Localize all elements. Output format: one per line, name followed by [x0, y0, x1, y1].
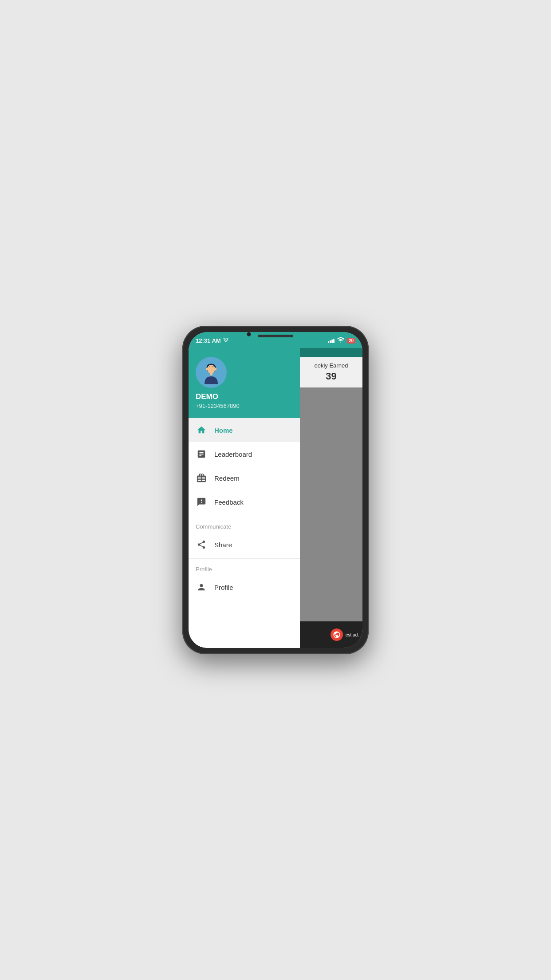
screen: 12:31 AM [189, 332, 362, 648]
menu-item-home[interactable]: Home [189, 418, 300, 442]
status-icons: 20 [328, 337, 355, 344]
redeem-icon [196, 472, 207, 484]
leaderboard-icon [196, 448, 207, 460]
share-icon [196, 539, 207, 550]
screen-content: DEMO +91-1234567890 Home [189, 348, 362, 648]
menu-label-home: Home [214, 427, 233, 434]
wifi-icon [337, 337, 344, 344]
signal-bar-3 [331, 340, 333, 343]
status-time: 12:31 AM [196, 337, 229, 344]
right-peek-top [300, 348, 362, 357]
profile-icon [196, 581, 207, 593]
right-peek-gray-area [300, 387, 362, 621]
weekly-earned-value: 39 [303, 371, 359, 382]
menu-label-redeem: Redeem [214, 474, 240, 482]
drawer-menu: Home Leaderboard [189, 418, 300, 648]
svg-point-8 [215, 368, 217, 371]
menu-item-profile[interactable]: Profile [189, 575, 300, 599]
profile-section-label: Profile [189, 561, 300, 575]
ad-logo-icon [331, 628, 343, 641]
weekly-earned-panel: eekly Earned 39 [300, 357, 362, 387]
divider-1 [189, 516, 300, 516]
signal-bar-4 [333, 339, 335, 343]
user-name: DEMO [196, 392, 293, 401]
drawer-header: DEMO +91-1234567890 [189, 348, 300, 418]
ad-text: est ad. [346, 632, 359, 637]
svg-point-6 [207, 365, 215, 374]
alarm-icon [223, 337, 229, 344]
communicate-section-label: Communicate [189, 518, 300, 533]
phone-speaker [258, 335, 293, 337]
phone-inner: 12:31 AM [189, 332, 362, 648]
phone-camera [247, 332, 251, 336]
divider-2 [189, 558, 300, 559]
battery-indicator: 20 [347, 338, 355, 344]
menu-label-feedback: Feedback [214, 498, 244, 506]
signal-bar-1 [328, 341, 329, 343]
weekly-earned-label: eekly Earned [303, 362, 359, 369]
menu-label-leaderboard: Leaderboard [214, 450, 252, 458]
time-display: 12:31 AM [196, 337, 221, 344]
navigation-drawer: DEMO +91-1234567890 Home [189, 348, 300, 648]
avatar-image [198, 359, 224, 386]
right-peek-panel: eekly Earned 39 est ad. [300, 348, 362, 648]
menu-label-share: Share [214, 541, 232, 549]
phone-device: 12:31 AM [182, 326, 369, 654]
menu-item-leaderboard[interactable]: Leaderboard [189, 442, 300, 466]
home-icon [196, 424, 207, 436]
signal-bar-2 [330, 340, 331, 343]
feedback-icon [196, 496, 207, 508]
ad-area: est ad. [300, 621, 362, 648]
menu-item-feedback[interactable]: Feedback [189, 490, 300, 514]
menu-label-profile: Profile [214, 584, 233, 591]
user-phone: +91-1234567890 [196, 403, 293, 409]
menu-item-redeem[interactable]: Redeem [189, 466, 300, 490]
battery-level: 20 [349, 338, 354, 343]
avatar [196, 357, 227, 388]
signal-bars [328, 338, 335, 343]
menu-item-share[interactable]: Share [189, 533, 300, 557]
svg-point-7 [206, 368, 208, 371]
